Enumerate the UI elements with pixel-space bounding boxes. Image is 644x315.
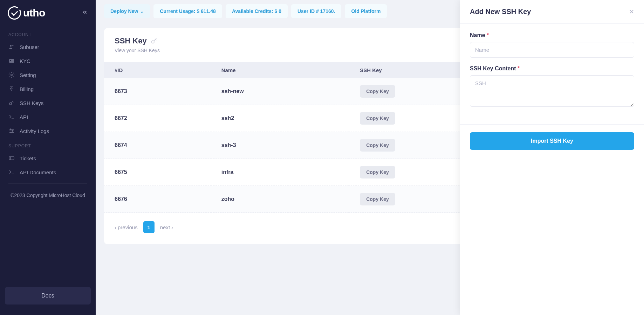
copy-key-button[interactable]: Copy Key [360, 166, 395, 178]
terminal-icon [8, 114, 15, 120]
id-icon [8, 58, 15, 64]
col-id: #ID [104, 62, 211, 78]
cell-id: 6674 [104, 132, 211, 159]
sidebar-item-billing[interactable]: Billing [0, 82, 96, 96]
ssh-content-label: SSH Key Content * [470, 65, 634, 72]
sidebar-item-label: API [20, 114, 28, 120]
gear-icon [8, 72, 15, 78]
collapse-sidebar-button[interactable] [82, 9, 88, 17]
cell-id: 6675 [104, 159, 211, 186]
sidebar: utho ACCOUNT Subuser KYC Setting Billing… [0, 0, 96, 315]
sidebar-item-subuser[interactable]: Subuser [0, 40, 96, 54]
user-id-pill[interactable]: User ID # 17160. [291, 4, 341, 18]
section-title-account: ACCOUNT [0, 27, 96, 40]
sidebar-item-setting[interactable]: Setting [0, 68, 96, 82]
name-label: Name * [470, 32, 634, 38]
pill-label: Old Platform [351, 8, 381, 14]
old-platform-pill[interactable]: Old Platform [345, 4, 387, 18]
pill-label: User ID # 17160. [297, 8, 335, 14]
rupee-icon [8, 86, 15, 92]
copy-key-button[interactable]: Copy Key [360, 139, 395, 152]
cell-id: 6676 [104, 186, 211, 213]
sidebar-item-label: Subuser [20, 44, 39, 50]
key-icon [150, 37, 158, 45]
terminal-icon [8, 169, 15, 175]
section-title-support: SUPPORT [0, 138, 96, 151]
sidebar-item-apidocuments[interactable]: API Documents [0, 165, 96, 179]
sidebar-item-label: Activity Logs [20, 128, 49, 134]
current-usage-pill[interactable]: Current Usage: $ 611.48 [153, 4, 222, 18]
svg-point-0 [10, 45, 12, 47]
cell-name: zoho [211, 186, 349, 213]
pill-label: Available Credits: $ 0 [232, 8, 281, 14]
cell-name: ssh2 [211, 105, 349, 132]
sidebar-item-label: SSH Keys [20, 100, 43, 106]
docs-button[interactable]: Docs [5, 287, 91, 304]
sidebar-item-tickets[interactable]: Tickets [0, 151, 96, 165]
ssh-content-textarea[interactable] [470, 75, 634, 107]
copy-key-button[interactable]: Copy Key [360, 85, 395, 98]
cell-name: infra [211, 159, 349, 186]
sidebar-item-sshkeys[interactable]: SSH Keys [0, 96, 96, 110]
svg-rect-9 [9, 157, 14, 160]
key-icon [8, 100, 15, 106]
sidebar-item-label: Setting [20, 72, 36, 78]
svg-point-1 [12, 45, 13, 46]
sliders-icon [8, 128, 15, 134]
pill-label: Deploy New [110, 8, 138, 14]
cell-name: ssh-new [211, 78, 349, 105]
cell-id: 6672 [104, 105, 211, 132]
prev-page-button[interactable]: ‹ previous [115, 224, 138, 230]
cell-id: 6673 [104, 78, 211, 105]
col-name: Name [211, 62, 349, 78]
brand-logo[interactable]: utho [8, 6, 45, 20]
users-icon [8, 44, 15, 50]
divider [8, 183, 87, 184]
cell-name: ssh-3 [211, 132, 349, 159]
close-icon[interactable]: ✕ [629, 8, 634, 16]
sidebar-item-label: KYC [20, 58, 30, 64]
sidebar-item-label: API Documents [20, 169, 56, 175]
svg-point-7 [12, 131, 13, 132]
check-circle-icon [8, 6, 21, 20]
available-credits-pill[interactable]: Available Credits: $ 0 [226, 4, 288, 18]
panel-title: Add New SSH Key [470, 8, 531, 16]
copy-key-button[interactable]: Copy Key [360, 112, 395, 125]
svg-point-10 [151, 41, 154, 43]
svg-rect-3 [10, 60, 11, 61]
brand-name: utho [23, 7, 45, 19]
page-number[interactable]: 1 [143, 221, 155, 233]
svg-point-5 [9, 103, 12, 105]
sidebar-item-kyc[interactable]: KYC [0, 54, 96, 68]
copy-key-button[interactable]: Copy Key [360, 193, 395, 205]
copyright: ©2023 Copyright MicroHost Cloud [0, 188, 96, 203]
svg-point-4 [11, 74, 13, 76]
page-subtitle: View your SSH Keys [115, 48, 160, 53]
pill-label: Current Usage: $ 611.48 [160, 8, 216, 14]
ticket-icon [8, 155, 15, 161]
deploy-new-button[interactable]: Deploy New [104, 4, 150, 18]
sidebar-item-activitylogs[interactable]: Activity Logs [0, 124, 96, 138]
svg-rect-2 [9, 59, 14, 63]
add-ssh-key-panel: Add New SSH Key ✕ Name * SSH Key Content… [460, 0, 644, 315]
sidebar-item-api[interactable]: API [0, 110, 96, 124]
sidebar-item-label: Tickets [20, 155, 36, 161]
import-ssh-key-button[interactable]: Import SSH Key [470, 132, 634, 150]
sidebar-item-label: Billing [20, 86, 34, 92]
next-page-button[interactable]: next › [160, 224, 173, 230]
chevron-down-icon [140, 9, 144, 13]
name-input[interactable] [470, 42, 634, 58]
page-title: SSH Key [115, 36, 160, 46]
svg-point-6 [10, 129, 11, 130]
svg-point-8 [11, 132, 12, 133]
